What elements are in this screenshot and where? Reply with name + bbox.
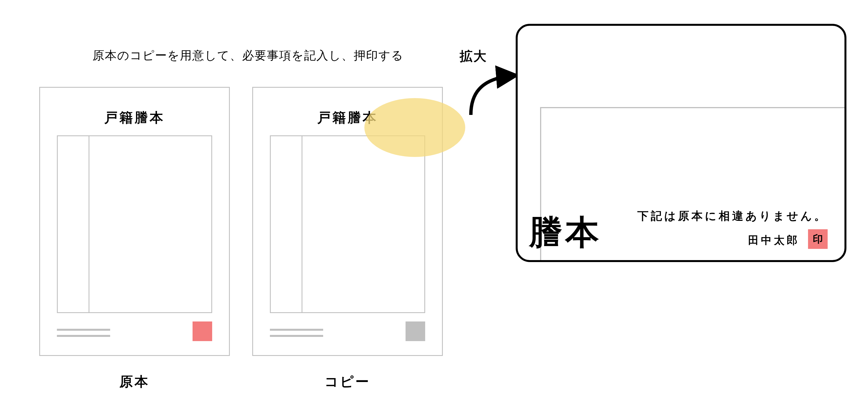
document-copy-body xyxy=(270,135,425,313)
curved-arrow-icon xyxy=(462,62,524,118)
document-original-body xyxy=(57,135,212,313)
footer-line xyxy=(270,335,323,337)
instruction-text: 原本のコピーを用意して、必要事項を記入し、押印する xyxy=(92,47,404,63)
zoom-seal-stamp-icon: 印 xyxy=(808,229,828,249)
divider-line xyxy=(89,136,89,312)
highlight-ellipse-icon xyxy=(364,98,465,157)
divider-line xyxy=(302,136,302,312)
zoom-title-fragment: 謄本 xyxy=(529,215,602,249)
seal-stamp-red-icon xyxy=(192,321,212,341)
zoom-label: 拡大 xyxy=(460,47,487,65)
document-original: 戸籍謄本 xyxy=(39,87,230,356)
zoom-signer-name: 田中太郎 xyxy=(748,233,800,248)
document-original-title: 戸籍謄本 xyxy=(40,109,229,127)
document-copy-footer-lines xyxy=(270,329,323,341)
footer-line xyxy=(57,335,110,337)
footer-line xyxy=(270,329,323,331)
zoom-panel: 謄本 下記は原本に相違ありません。 田中太郎 印 xyxy=(516,24,846,262)
seal-stamp-gray-icon xyxy=(406,321,425,341)
document-original-footer-lines xyxy=(57,329,110,341)
zoom-certification-statement: 下記は原本に相違ありません。 xyxy=(637,208,828,224)
zoom-seal-char: 印 xyxy=(813,232,823,246)
footer-line xyxy=(57,329,110,331)
document-original-caption: 原本 xyxy=(39,373,230,391)
document-copy-caption: コピー xyxy=(252,373,443,391)
diagram-root: 原本のコピーを用意して、必要事項を記入し、押印する 戸籍謄本 原本 戸籍謄本 コ… xyxy=(0,0,868,412)
